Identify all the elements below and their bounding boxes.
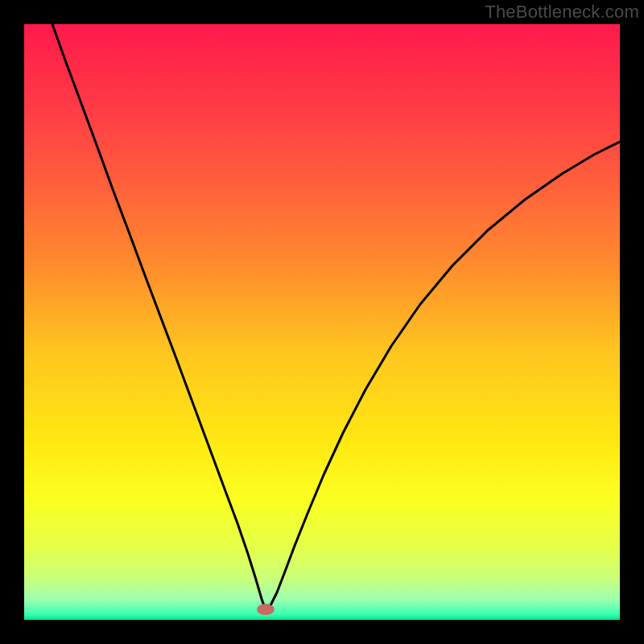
bottleneck-chart (24, 24, 620, 620)
chart-area (24, 24, 620, 620)
chart-background (24, 24, 620, 620)
app-frame: TheBottleneck.com (0, 0, 644, 644)
min-marker (257, 604, 275, 615)
attribution-label: TheBottleneck.com (485, 2, 639, 23)
